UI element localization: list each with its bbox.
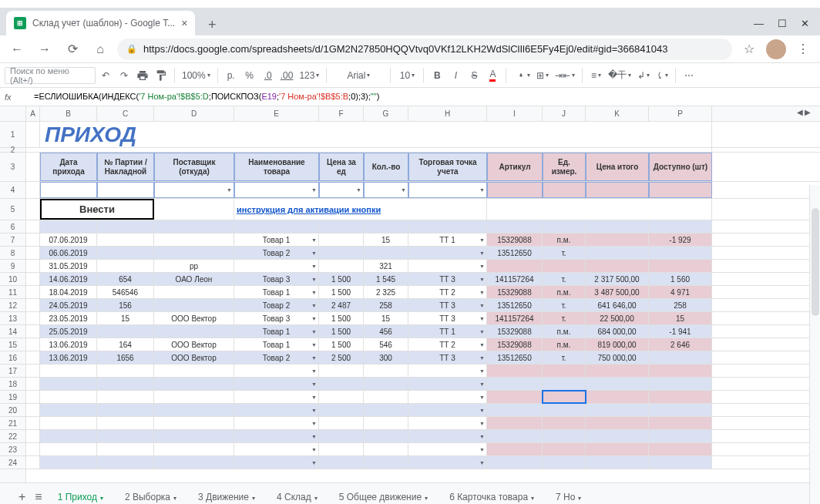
- empty-cell[interactable]: [586, 404, 649, 416]
- bookmark-icon[interactable]: ☆: [738, 39, 760, 60]
- data-cell[interactable]: т.: [543, 273, 586, 285]
- cell[interactable]: [26, 430, 40, 442]
- col-header-A[interactable]: A: [26, 106, 40, 121]
- cell[interactable]: [586, 182, 649, 198]
- data-cell[interactable]: 2 487: [319, 299, 364, 311]
- font-size-select[interactable]: 10: [395, 66, 418, 85]
- empty-cell[interactable]: ▼: [408, 430, 487, 442]
- cell[interactable]: [26, 148, 712, 152]
- data-cell[interactable]: 13.06.2019: [40, 351, 97, 364]
- cell[interactable]: [26, 312, 40, 324]
- empty-cell[interactable]: [40, 417, 97, 429]
- data-cell[interactable]: Товар 1▼: [234, 234, 319, 246]
- table-header[interactable]: Торговая точка учета: [408, 153, 487, 181]
- data-cell[interactable]: 13.06.2019: [40, 338, 97, 351]
- empty-cell[interactable]: [586, 456, 649, 469]
- empty-cell[interactable]: ▼: [234, 378, 319, 390]
- row-header[interactable]: 4: [0, 182, 25, 199]
- cell[interactable]: ▼: [234, 182, 319, 198]
- instruction-link[interactable]: инструкция для активации кнопки: [234, 199, 487, 220]
- select-all-corner[interactable]: [0, 106, 26, 121]
- empty-cell[interactable]: [586, 391, 649, 403]
- empty-cell[interactable]: [319, 378, 364, 390]
- col-header-H[interactable]: H: [408, 106, 487, 121]
- empty-cell[interactable]: [543, 378, 586, 390]
- data-cell[interactable]: т.: [543, 312, 586, 324]
- data-cell[interactable]: Товар 2▼: [234, 247, 319, 259]
- empty-cell[interactable]: [487, 378, 543, 390]
- data-cell[interactable]: Товар 2▼: [234, 351, 319, 364]
- data-cell[interactable]: 654: [97, 273, 154, 285]
- empty-cell[interactable]: [154, 404, 234, 416]
- empty-cell[interactable]: [364, 365, 408, 377]
- empty-cell[interactable]: [543, 365, 586, 377]
- data-cell[interactable]: 3 487 500,00: [586, 286, 649, 298]
- cell[interactable]: ▼: [408, 182, 487, 198]
- cell[interactable]: [26, 153, 40, 181]
- data-cell[interactable]: п.м.: [543, 325, 586, 338]
- empty-cell[interactable]: [97, 456, 154, 469]
- data-cell[interactable]: т.: [543, 299, 586, 311]
- row-header[interactable]: 5: [0, 199, 25, 220]
- formula-input[interactable]: =ЕСЛИОШИБКА(ИНДЕКС('7 Ном-ра'!$B$5:D;ПОИ…: [28, 92, 379, 102]
- cell[interactable]: ▼: [319, 182, 364, 198]
- cell[interactable]: [26, 273, 40, 285]
- row-header[interactable]: 16: [0, 351, 25, 365]
- cell[interactable]: ▼: [154, 182, 234, 198]
- data-cell[interactable]: 2 325: [364, 286, 408, 298]
- data-cell[interactable]: 1 500: [319, 312, 364, 324]
- empty-cell[interactable]: ▼: [408, 404, 487, 416]
- data-cell[interactable]: -1 929: [649, 234, 712, 246]
- data-cell[interactable]: 13512650: [487, 299, 543, 311]
- home-button[interactable]: ⌂: [89, 39, 111, 60]
- data-cell[interactable]: ТТ 3▼: [408, 273, 487, 285]
- row-header[interactable]: 19: [0, 391, 25, 404]
- empty-cell[interactable]: [586, 378, 649, 390]
- sheet-title[interactable]: ПРИХОД: [40, 122, 712, 147]
- empty-cell[interactable]: [319, 430, 364, 442]
- dec-decrease-button[interactable]: .0: [260, 66, 277, 85]
- col-header-C[interactable]: C: [97, 106, 154, 121]
- empty-cell[interactable]: [97, 404, 154, 416]
- cell[interactable]: [26, 299, 40, 311]
- empty-cell[interactable]: [40, 365, 97, 377]
- data-cell[interactable]: [154, 234, 234, 246]
- data-cell[interactable]: 13512650: [487, 247, 543, 259]
- data-cell[interactable]: 15329088: [487, 338, 543, 351]
- empty-cell[interactable]: [319, 365, 364, 377]
- empty-cell[interactable]: [40, 443, 97, 455]
- data-cell[interactable]: [154, 247, 234, 259]
- data-cell[interactable]: 23.05.2019: [40, 312, 97, 324]
- data-cell[interactable]: 31.05.2019: [40, 260, 97, 272]
- empty-cell[interactable]: [543, 404, 586, 416]
- row-header[interactable]: 18: [0, 378, 25, 391]
- empty-cell[interactable]: ▼: [234, 443, 319, 455]
- data-cell[interactable]: ТТ 2▼: [408, 286, 487, 298]
- data-cell[interactable]: ТТ 3▼: [408, 312, 487, 324]
- all-sheets-button[interactable]: ≡: [32, 490, 45, 504]
- empty-cell[interactable]: [97, 365, 154, 377]
- close-icon[interactable]: ×: [181, 17, 187, 29]
- sheet-tab[interactable]: 2 Выборка▾: [116, 487, 186, 505]
- cell[interactable]: [97, 182, 154, 198]
- empty-cell[interactable]: [154, 456, 234, 469]
- data-cell[interactable]: 24.05.2019: [40, 299, 97, 311]
- data-cell[interactable]: [586, 260, 649, 272]
- data-cell[interactable]: Товар 1▼: [234, 286, 319, 298]
- cell[interactable]: [26, 182, 40, 198]
- col-header-J[interactable]: J: [543, 106, 586, 121]
- submit-button[interactable]: Внести: [40, 199, 154, 220]
- menu-search[interactable]: Поиск по меню (Alt+/): [5, 67, 96, 84]
- paint-format-button[interactable]: [153, 66, 170, 85]
- data-cell[interactable]: 2 500: [319, 351, 364, 364]
- row-header[interactable]: 9: [0, 260, 25, 273]
- col-header-G[interactable]: G: [364, 106, 408, 121]
- empty-cell[interactable]: [487, 443, 543, 455]
- data-cell[interactable]: 546546: [97, 286, 154, 298]
- cell[interactable]: [26, 220, 40, 233]
- fill-color-button[interactable]: [511, 66, 533, 85]
- format-123-button[interactable]: 123: [297, 66, 321, 85]
- empty-cell[interactable]: ▼: [234, 417, 319, 429]
- data-cell[interactable]: [586, 247, 649, 259]
- valign-button[interactable]: �干: [606, 66, 633, 85]
